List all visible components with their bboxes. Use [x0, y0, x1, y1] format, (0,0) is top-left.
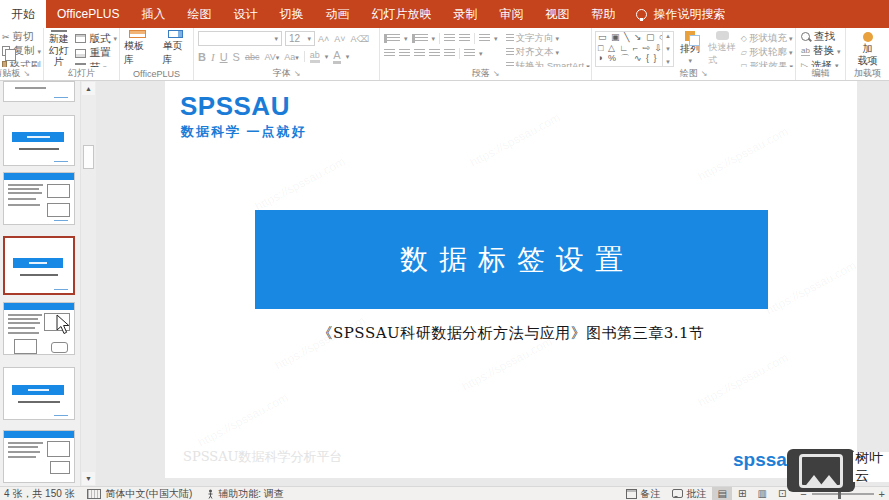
shape-fill-button[interactable]: ◇形状填充▾ — [741, 32, 793, 45]
template-library-button[interactable]: 模板库 — [122, 30, 153, 67]
copy-button[interactable]: 复制▾ — [2, 45, 41, 59]
diagonal-watermark: https://spssau.com — [696, 350, 791, 409]
arrange-button[interactable]: 排列▾ — [677, 31, 703, 67]
tab-officeplus[interactable]: OfficePLUS — [46, 0, 130, 28]
shape-outline-button[interactable]: ▱形状轮廓▾ — [741, 46, 793, 59]
slide-thumbnail-7[interactable] — [3, 430, 75, 483]
comments-toggle-button[interactable]: 批注 — [666, 487, 712, 500]
text-shadow-button[interactable]: S — [233, 51, 240, 63]
cut-button[interactable]: ✂剪切 — [2, 30, 41, 44]
slide-subtitle[interactable]: 《SPSSAU科研数据分析方法与应用》图书第三章3.1节 — [165, 324, 857, 343]
tab-help[interactable]: 帮助 — [580, 0, 626, 28]
tab-home[interactable]: 开始 — [0, 0, 46, 28]
slide-counter: 4 张，共 150 张 — [4, 487, 75, 500]
comments-icon — [672, 489, 683, 498]
slide-thumbnail-3[interactable] — [3, 172, 75, 225]
justify-icon[interactable] — [429, 49, 440, 58]
tab-review[interactable]: 审阅 — [488, 0, 534, 28]
line-spacing-icon[interactable] — [479, 34, 490, 43]
scroll-up-icon: ▲ — [665, 33, 671, 39]
tab-animations[interactable]: 动画 — [314, 0, 360, 28]
numbering-icon[interactable] — [415, 34, 428, 43]
character-spacing-button[interactable]: AV▾ — [264, 52, 279, 62]
change-case-button[interactable]: Aa▾ — [284, 52, 299, 62]
align-center-icon[interactable] — [399, 49, 410, 58]
mouse-cursor — [56, 314, 70, 335]
tab-draw[interactable]: 绘图 — [176, 0, 222, 28]
tab-transitions[interactable]: 切换 — [268, 0, 314, 28]
tell-me-search[interactable]: 操作说明搜索 — [626, 0, 735, 28]
font-size-combo[interactable]: 12▾ — [285, 31, 315, 46]
convert-smartart-button[interactable]: 转换为 SmartArt▾ — [506, 60, 590, 67]
thumbnail-scrollbar[interactable]: ▲ ▼ — [80, 81, 96, 486]
slide-thumbnail-6[interactable] — [3, 367, 75, 420]
zoom-slider[interactable] — [812, 493, 874, 495]
replace-button[interactable]: ab替换▾ — [801, 45, 843, 59]
decrease-indent-icon[interactable] — [444, 34, 455, 43]
scrollbar-thumb[interactable] — [83, 145, 94, 169]
columns-icon[interactable] — [464, 49, 475, 58]
font-name-combo[interactable]: ▾ — [198, 31, 282, 46]
dialog-launcher-icon[interactable]: ↘ — [294, 69, 301, 78]
dialog-launcher-icon[interactable]: ↘ — [23, 69, 30, 78]
tab-view[interactable]: 视图 — [534, 0, 580, 28]
group-drawing: ▭ ▣ ╲ ↘ ▢ ○ □ △ ∟ ⌐ ⇨ ⇩ ◗ % ⌒ ∿ { } ▲ ▼ … — [592, 28, 796, 80]
slide-thumbnail-4-selected[interactable] — [3, 236, 75, 295]
align-text-button[interactable]: 对齐文本▾ — [506, 46, 590, 59]
keyboard-language-icon[interactable] — [87, 489, 101, 499]
select-button[interactable]: ▷选择▾ — [801, 59, 843, 67]
quick-styles-button[interactable]: 快速样式 — [706, 31, 738, 67]
shrink-font-button[interactable]: A˅ — [334, 34, 345, 44]
tab-insert[interactable]: 插入 — [130, 0, 176, 28]
normal-view-button[interactable]: ▤ — [712, 487, 732, 500]
shape-effects-button[interactable]: ◻形状效果▾ — [741, 60, 793, 67]
scroll-down-button[interactable]: ▼ — [82, 472, 95, 485]
tab-slideshow[interactable]: 幻灯片放映 — [360, 0, 442, 28]
page-library-button[interactable]: 单页库 — [161, 30, 192, 67]
notes-toggle-button[interactable]: 备注 — [620, 487, 666, 500]
diagonal-watermark: https://spssau.com — [696, 124, 791, 183]
shape-gallery[interactable]: ▭ ▣ ╲ ↘ ▢ ○ □ △ ∟ ⌐ ⇨ ⇩ ◗ % ⌒ ∿ { } — [595, 31, 663, 67]
slide-footer-left: SPSSAU数据科学分析平台 — [183, 448, 343, 466]
clear-format-button[interactable]: A⌫ — [351, 34, 370, 44]
font-color-button[interactable]: A — [333, 49, 340, 64]
group-addins: 加 载项 加载项 — [846, 28, 889, 80]
reset-button[interactable]: 重置 — [75, 47, 117, 61]
underline-button[interactable]: U — [220, 51, 228, 63]
distribute-icon[interactable] — [444, 49, 455, 58]
slide-sorter-view-button[interactable]: ⊞ — [732, 487, 752, 500]
title-banner[interactable]: 数据标签设置 — [255, 210, 768, 309]
increase-indent-icon[interactable] — [459, 34, 470, 43]
italic-button[interactable]: I — [211, 51, 215, 63]
find-button[interactable]: 查找 — [801, 30, 843, 44]
tab-design[interactable]: 设计 — [222, 0, 268, 28]
dialog-launcher-icon[interactable]: ↘ — [493, 69, 500, 78]
slide-canvas[interactable]: https://spssau.com https://spssau.com ht… — [165, 81, 857, 478]
text-direction-button[interactable]: 文字方向▾ — [506, 32, 590, 45]
new-slide-button[interactable]: 新建 幻灯片▾ — [46, 30, 71, 67]
slide-thumbnail-2[interactable] — [3, 115, 75, 166]
layout-button[interactable]: 版式▾ — [75, 32, 117, 46]
menu-bar: 开始 OfficePLUS 插入 绘图 设计 切换 动画 幻灯片放映 录制 审阅… — [0, 0, 889, 28]
language-label[interactable]: 简体中文(中国大陆) — [106, 487, 193, 500]
group-editing: 查找 ab替换▾ ▷选择▾ 编辑 — [796, 28, 846, 80]
slide-thumbnail-1[interactable] — [3, 81, 75, 102]
shape-gallery-scroll[interactable]: ▲ ▼ ▼ — [663, 31, 674, 67]
accessibility-label[interactable]: 辅助功能: 调查 — [218, 487, 284, 500]
layout-icon — [75, 34, 86, 43]
grow-font-button[interactable]: A˄ — [318, 34, 329, 44]
bold-button[interactable]: B — [198, 51, 206, 63]
scroll-up-button[interactable]: ▲ — [82, 82, 95, 95]
addins-button[interactable]: 加 载项 — [856, 30, 880, 67]
dialog-launcher-icon[interactable]: ↘ — [701, 69, 708, 78]
strikethrough-button[interactable]: abc — [245, 52, 260, 62]
group-label-clipboard: 剪贴板 — [0, 67, 20, 80]
bullets-icon[interactable] — [387, 34, 400, 43]
reading-view-button[interactable]: ▥ — [752, 487, 772, 500]
zoom-in-button[interactable]: + — [879, 488, 885, 500]
tab-record[interactable]: 录制 — [442, 0, 488, 28]
highlight-color-button[interactable]: ab — [310, 50, 320, 63]
more-shapes-icon: ▼ — [665, 59, 671, 65]
align-right-icon[interactable] — [414, 49, 425, 58]
align-left-icon[interactable] — [384, 49, 395, 58]
